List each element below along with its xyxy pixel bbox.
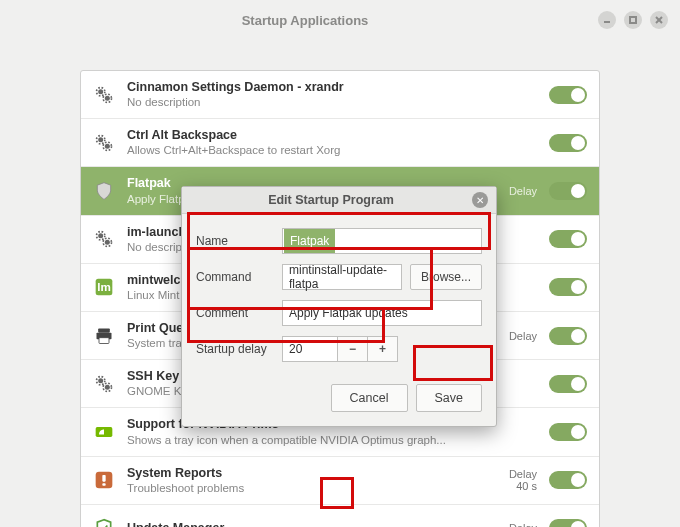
toggle-switch[interactable] [549, 86, 587, 104]
list-item[interactable]: System ReportsTroubleshoot problems Dela… [81, 457, 599, 505]
command-label: Command [196, 270, 282, 284]
command-input[interactable]: mintinstall-update-flatpa [282, 264, 402, 290]
gear-icon [93, 84, 115, 106]
cancel-button[interactable]: Cancel [331, 384, 408, 412]
item-desc: Allows Ctrl+Alt+Backspace to restart Xor… [127, 143, 487, 158]
list-item[interactable]: Ctrl Alt BackspaceAllows Ctrl+Alt+Backsp… [81, 119, 599, 167]
browse-button[interactable]: Browse... [410, 264, 482, 290]
svg-rect-27 [102, 475, 105, 482]
delay-label: Startup delay [196, 342, 282, 356]
toggle-switch[interactable] [549, 519, 587, 527]
toggle-switch[interactable] [549, 134, 587, 152]
gear-icon [93, 228, 115, 250]
item-desc: Troubleshoot problems [127, 481, 487, 496]
comment-label: Comment [196, 306, 282, 320]
gear-icon [93, 373, 115, 395]
shield-icon [93, 180, 115, 202]
list-item[interactable]: Cinnamon Settings Daemon - xrandrNo desc… [81, 71, 599, 119]
svg-point-13 [105, 240, 110, 245]
toggle-switch[interactable] [549, 278, 587, 296]
close-button[interactable] [650, 11, 668, 29]
item-name: Cinnamon Settings Daemon - xrandr [127, 79, 487, 95]
mint-icon: lm [93, 276, 115, 298]
name-input[interactable]: Flatpak [282, 228, 482, 254]
dialog-title: Edit Startup Program [190, 193, 472, 207]
decrement-button[interactable]: − [338, 336, 368, 362]
item-delay: Delay 40 s [487, 468, 537, 492]
toggle-switch[interactable] [549, 327, 587, 345]
svg-text:lm: lm [97, 281, 111, 294]
shield-check-icon [93, 517, 115, 527]
comment-input[interactable]: Apply Flatpak updates [282, 300, 482, 326]
toggle-switch[interactable] [549, 375, 587, 393]
delay-value[interactable]: 20 [282, 336, 338, 362]
titlebar: Startup Applications [0, 0, 680, 40]
toggle-switch[interactable] [549, 230, 587, 248]
toggle-switch[interactable] [549, 182, 587, 200]
toggle-switch[interactable] [549, 423, 587, 441]
nvidia-icon [93, 421, 115, 443]
toggle-switch[interactable] [549, 471, 587, 489]
maximize-button[interactable] [624, 11, 642, 29]
printer-icon [93, 325, 115, 347]
svg-point-21 [98, 378, 103, 383]
svg-rect-28 [102, 483, 105, 486]
delay-spinner: 20 − + [282, 336, 482, 362]
item-delay: Delay [487, 522, 537, 527]
item-name: System Reports [127, 465, 487, 481]
save-button[interactable]: Save [416, 384, 483, 412]
item-desc: Shows a tray icon when a compatible NVID… [127, 433, 487, 448]
svg-point-5 [105, 95, 110, 100]
item-name: Ctrl Alt Backspace [127, 127, 487, 143]
edit-dialog: Edit Startup Program ✕ Name Flatpak Comm… [181, 186, 497, 427]
svg-rect-20 [99, 337, 109, 343]
svg-rect-18 [98, 328, 110, 332]
svg-rect-1 [630, 17, 636, 23]
svg-point-8 [98, 137, 103, 142]
name-label: Name [196, 234, 282, 248]
item-desc: No description [127, 95, 487, 110]
list-item[interactable]: Update Manager Delay [81, 505, 599, 527]
svg-point-4 [98, 89, 103, 94]
dialog-close-icon[interactable]: ✕ [472, 192, 488, 208]
svg-point-9 [105, 144, 110, 149]
svg-point-12 [98, 233, 103, 238]
gear-icon [93, 132, 115, 154]
increment-button[interactable]: + [368, 336, 398, 362]
minimize-button[interactable] [598, 11, 616, 29]
window-title: Startup Applications [12, 13, 598, 28]
item-name: Update Manager [127, 520, 487, 527]
warning-icon [93, 469, 115, 491]
svg-point-22 [105, 385, 110, 390]
